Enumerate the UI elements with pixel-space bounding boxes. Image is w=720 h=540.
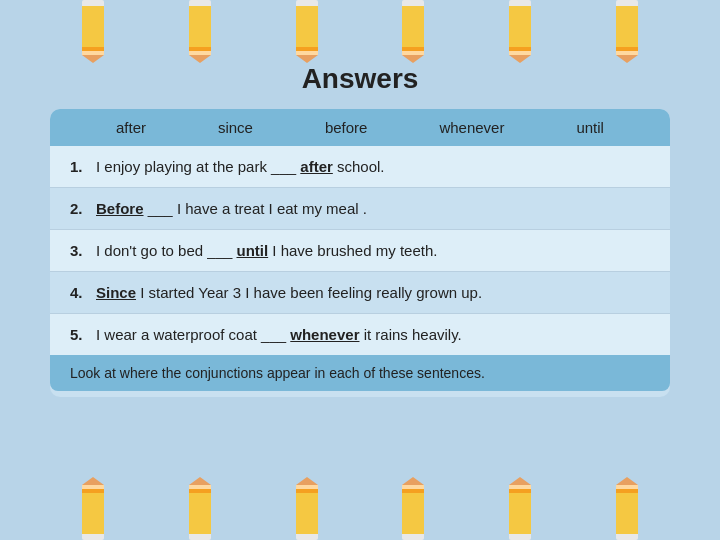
row-num-1: 1. xyxy=(70,156,96,177)
word-bank-row: after since before whenever until xyxy=(50,109,670,146)
table-row: 2. Before ___ I have a treat I eat my me… xyxy=(50,188,670,230)
row-num-3: 3. xyxy=(70,240,96,261)
main-card: after since before whenever until 1. I e… xyxy=(50,109,670,397)
answer-rows: 1. I enjoy playing at the park ___ after… xyxy=(50,146,670,355)
row-num-4: 4. xyxy=(70,282,96,303)
row-text-4: Since I started Year 3 I have been feeli… xyxy=(96,282,650,303)
word-bank-after: after xyxy=(116,119,146,136)
pencil-top-6 xyxy=(616,0,638,55)
pencils-top-row xyxy=(0,0,720,55)
footer-text: Look at where the conjunctions appear in… xyxy=(70,365,485,381)
row-text-5: I wear a waterproof coat ___ whenever it… xyxy=(96,324,650,345)
row-answer-3: until xyxy=(236,242,268,259)
pencil-bottom-6 xyxy=(616,485,638,540)
word-bank-since: since xyxy=(218,119,253,136)
row-post-3: I have brushed my teeth. xyxy=(272,242,437,259)
row-answer-4: Since xyxy=(96,284,136,301)
pencil-top-1 xyxy=(82,0,104,55)
pencil-top-3 xyxy=(296,0,318,55)
row-text-1: I enjoy playing at the park ___ after sc… xyxy=(96,156,650,177)
pencil-bottom-3 xyxy=(296,485,318,540)
row-text-2: Before ___ I have a treat I eat my meal … xyxy=(96,198,650,219)
row-pre-1: I enjoy playing at the park ___ xyxy=(96,158,296,175)
word-bank-whenever: whenever xyxy=(439,119,504,136)
footer-note: Look at where the conjunctions appear in… xyxy=(50,355,670,391)
row-answer-1: after xyxy=(300,158,333,175)
row-num-2: 2. xyxy=(70,198,96,219)
row-answer-5: whenever xyxy=(290,326,359,343)
word-bank-before: before xyxy=(325,119,368,136)
pencils-bottom-row xyxy=(0,485,720,540)
pencil-top-5 xyxy=(509,0,531,55)
pencil-top-4 xyxy=(402,0,424,55)
word-bank-until: until xyxy=(576,119,604,136)
table-row: 3. I don't go to bed ___ until I have br… xyxy=(50,230,670,272)
row-answer-2: Before xyxy=(96,200,144,217)
pencil-bottom-4 xyxy=(402,485,424,540)
row-pre-3: I don't go to bed ___ xyxy=(96,242,232,259)
table-row: 4. Since I started Year 3 I have been fe… xyxy=(50,272,670,314)
row-num-5: 5. xyxy=(70,324,96,345)
pencil-top-2 xyxy=(189,0,211,55)
row-post-5: it rains heavily. xyxy=(364,326,462,343)
row-post-4: I started Year 3 I have been feeling rea… xyxy=(140,284,482,301)
page-title: Answers xyxy=(302,63,419,95)
pencil-bottom-5 xyxy=(509,485,531,540)
pencil-bottom-2 xyxy=(189,485,211,540)
row-text-3: I don't go to bed ___ until I have brush… xyxy=(96,240,650,261)
row-pre-5: I wear a waterproof coat ___ xyxy=(96,326,286,343)
table-row: 5. I wear a waterproof coat ___ whenever… xyxy=(50,314,670,355)
row-post-2: ___ I have a treat I eat my meal . xyxy=(148,200,367,217)
table-row: 1. I enjoy playing at the park ___ after… xyxy=(50,146,670,188)
row-post-1: school. xyxy=(337,158,385,175)
pencil-bottom-1 xyxy=(82,485,104,540)
